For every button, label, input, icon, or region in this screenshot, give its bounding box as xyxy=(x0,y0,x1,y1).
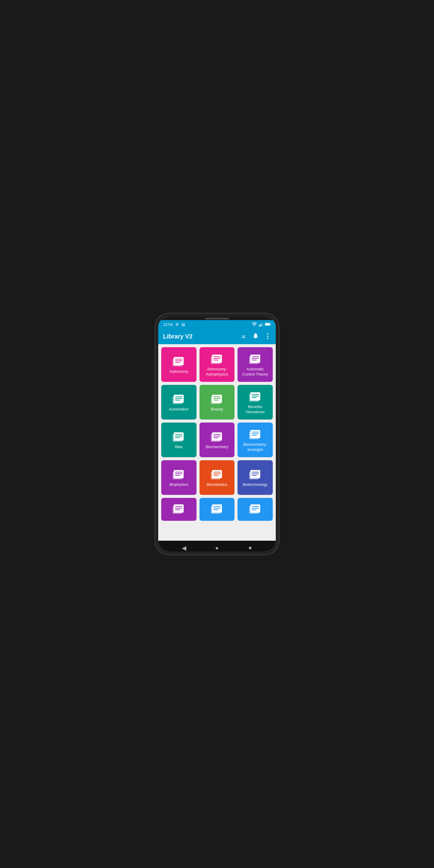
status-right xyxy=(252,322,271,327)
card-label: Biochemistry:enologist xyxy=(244,442,267,453)
app-title: Library V2 xyxy=(163,333,193,340)
notch xyxy=(205,318,229,319)
status-bar: 12:54 ⚙ ▤ xyxy=(158,320,276,329)
svg-rect-7 xyxy=(265,323,270,325)
book-stack-icon xyxy=(210,431,224,443)
download-button[interactable] xyxy=(240,333,247,341)
svg-rect-3 xyxy=(261,323,262,327)
svg-point-0 xyxy=(254,326,255,327)
category-card-beauty[interactable]: Beauty xyxy=(199,385,235,420)
book-stack-icon xyxy=(249,503,262,515)
svg-rect-1 xyxy=(259,325,260,327)
status-left: 12:54 ⚙ ▤ xyxy=(163,322,185,327)
settings-icon: ⚙ xyxy=(176,322,179,327)
book-stack-icon xyxy=(210,468,224,480)
battery-icon xyxy=(265,322,271,326)
category-card-partial-2[interactable] xyxy=(199,498,235,521)
book-stack-icon xyxy=(172,503,185,515)
category-card-biostatistics[interactable]: Biostatistics xyxy=(199,460,235,495)
book-stack-icon xyxy=(210,393,224,405)
category-card-partial-3[interactable] xyxy=(238,498,273,521)
category-card-astronomy[interactable]: Astronomy xyxy=(161,347,196,382)
card-label: Automatic Control Theory xyxy=(240,367,270,377)
book-stack-icon xyxy=(210,353,224,365)
card-label: Bike xyxy=(175,444,183,450)
svg-rect-4 xyxy=(262,322,263,327)
phone-frame: 12:54 ⚙ ▤ xyxy=(158,316,276,552)
svg-rect-2 xyxy=(260,324,261,327)
content-area: Astronomy Astronomy:Astrophysics xyxy=(158,344,276,541)
book-stack-icon xyxy=(249,391,262,403)
app-bar-actions: ⋮ xyxy=(240,333,271,341)
book-stack-icon xyxy=(249,353,262,365)
notch-area xyxy=(158,316,276,320)
more-menu-button[interactable]: ⋮ xyxy=(264,333,271,340)
svg-rect-6 xyxy=(270,324,271,325)
back-button[interactable]: ◀ xyxy=(179,542,189,552)
category-card-biochemistry[interactable]: Biochemistry xyxy=(199,423,235,457)
time-display: 12:54 xyxy=(163,322,173,327)
category-card-partial-1[interactable] xyxy=(161,498,196,521)
category-card-automatic-control[interactable]: Automatic Control Theory xyxy=(238,347,273,382)
card-label: Automation xyxy=(169,407,189,412)
category-card-biochemistry-enologist[interactable]: Biochemistry:enologist xyxy=(238,423,273,457)
book-stack-icon xyxy=(249,468,262,480)
category-card-automation[interactable]: Automation xyxy=(161,385,196,420)
card-label: Astronomy xyxy=(169,369,188,374)
card-label: Benefits Homebrew xyxy=(240,404,270,415)
card-label: Astronomy:Astrophysics xyxy=(206,367,228,377)
app-bar: Library V2 ⋮ xyxy=(158,329,276,344)
book-stack-icon xyxy=(172,393,185,405)
card-label: Biostatistics xyxy=(207,482,227,487)
card-label: Beauty xyxy=(211,407,223,412)
recent-button[interactable]: ■ xyxy=(245,542,255,552)
category-card-astrophysics[interactable]: Astronomy:Astrophysics xyxy=(199,347,235,382)
book-stack-icon xyxy=(172,355,185,367)
category-card-bike[interactable]: Bike xyxy=(161,423,196,457)
book-stack-icon xyxy=(249,428,262,440)
wifi-icon xyxy=(252,322,257,327)
notification-button[interactable] xyxy=(252,333,259,341)
signal-icon xyxy=(259,322,263,327)
book-stack-icon xyxy=(172,468,185,480)
category-card-biotechnology[interactable]: Biotechnology xyxy=(238,460,273,495)
card-label: Biophysics xyxy=(169,482,188,487)
nav-bar: ◀ ● ■ xyxy=(158,541,276,552)
card-label: Biotechnology xyxy=(243,482,268,487)
book-stack-icon xyxy=(210,503,224,515)
category-card-benefits-homebrew[interactable]: Benefits Homebrew xyxy=(238,385,273,420)
card-label: Biochemistry xyxy=(206,444,228,450)
book-stack-icon xyxy=(172,431,185,443)
sim-icon: ▤ xyxy=(181,322,185,327)
category-grid: Astronomy Astronomy:Astrophysics xyxy=(161,347,273,521)
home-button[interactable]: ● xyxy=(212,542,222,552)
category-card-biophysics[interactable]: Biophysics xyxy=(161,460,196,495)
